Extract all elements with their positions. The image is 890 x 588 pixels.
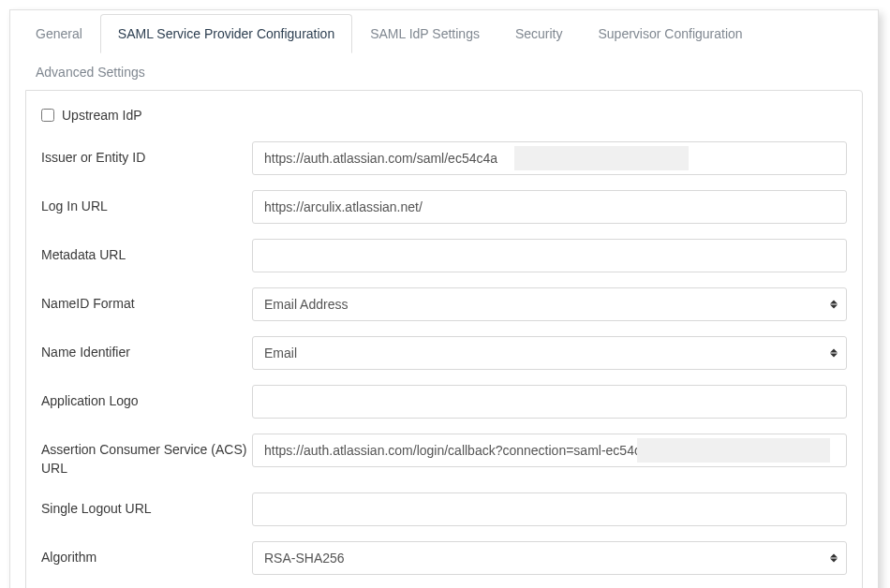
metadata-url-input[interactable] (252, 239, 847, 272)
nameid-format-select[interactable]: Email Address (252, 287, 847, 321)
login-url-label: Log In URL (41, 190, 252, 216)
nameid-format-control: Email Address (252, 287, 847, 321)
single-logout-input[interactable] (252, 492, 847, 526)
acs-url-row: Assertion Consumer Service (ACS) URL (41, 434, 847, 478)
single-logout-label: Single Logout URL (41, 492, 252, 519)
name-identifier-label: Name Identifier (41, 336, 252, 362)
upstream-idp-checkbox[interactable] (41, 109, 54, 122)
tab-advanced-settings[interactable]: Advanced Settings (18, 52, 163, 91)
name-identifier-control: Email (252, 336, 847, 370)
tab-supervisor-config[interactable]: Supervisor Configuration (581, 14, 761, 52)
login-url-input[interactable] (252, 190, 847, 224)
acs-url-input[interactable] (252, 434, 847, 467)
tab-saml-sp-config[interactable]: SAML Service Provider Configuration (100, 14, 352, 53)
application-logo-row: Application Logo (41, 385, 847, 419)
upstream-idp-label[interactable]: Upstream IdP (62, 108, 142, 123)
single-logout-control (252, 492, 847, 526)
tabs-bar: General SAML Service Provider Configurat… (18, 14, 870, 91)
login-url-row: Log In URL (41, 190, 847, 224)
tab-content: Upstream IdP Issuer or Entity ID Log In … (25, 90, 863, 588)
acs-url-control (252, 434, 847, 467)
algorithm-row: Algorithm RSA-SHA256 (41, 541, 847, 575)
algorithm-control: RSA-SHA256 (252, 541, 847, 575)
tabs-wrapper: General SAML Service Provider Configurat… (10, 10, 878, 588)
upstream-idp-row: Upstream IdP (41, 108, 847, 123)
tab-saml-idp-settings[interactable]: SAML IdP Settings (352, 14, 497, 52)
tab-general[interactable]: General (18, 14, 100, 52)
application-logo-input[interactable] (252, 385, 847, 419)
single-logout-row: Single Logout URL (41, 492, 847, 526)
name-identifier-row: Name Identifier Email (41, 336, 847, 370)
issuer-control (252, 141, 847, 175)
issuer-input[interactable] (252, 141, 847, 175)
application-logo-label: Application Logo (41, 385, 252, 411)
metadata-url-control (252, 239, 847, 272)
issuer-label: Issuer or Entity ID (41, 141, 252, 168)
application-logo-control (252, 385, 847, 419)
config-panel: General SAML Service Provider Configurat… (9, 9, 879, 588)
metadata-url-label: Metadata URL (41, 239, 252, 265)
algorithm-select[interactable]: RSA-SHA256 (252, 541, 847, 575)
issuer-row: Issuer or Entity ID (41, 141, 847, 175)
algorithm-label: Algorithm (41, 541, 252, 567)
nameid-format-row: NameID Format Email Address (41, 287, 847, 321)
login-url-control (252, 190, 847, 224)
name-identifier-select[interactable]: Email (252, 336, 847, 370)
metadata-url-row: Metadata URL (41, 239, 847, 272)
acs-url-label: Assertion Consumer Service (ACS) URL (41, 434, 252, 478)
nameid-format-label: NameID Format (41, 287, 252, 314)
tab-security[interactable]: Security (497, 14, 581, 52)
